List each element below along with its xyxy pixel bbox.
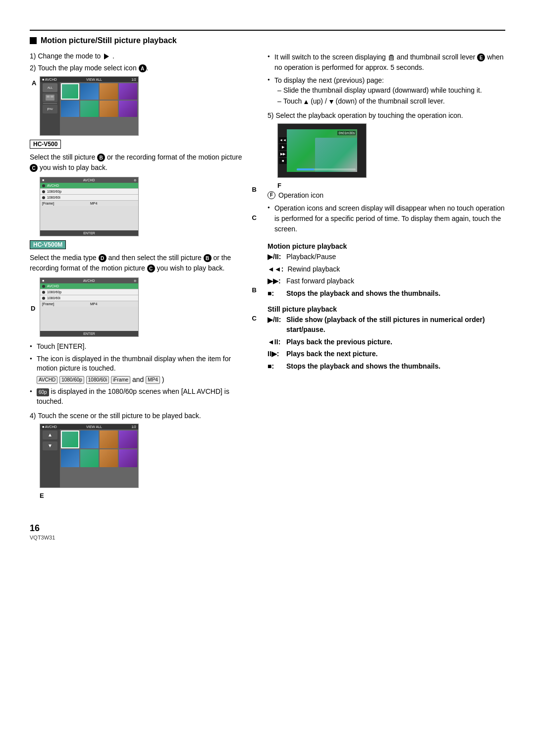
thumb-3 [100,83,118,100]
section-icon [30,37,37,44]
label-c-1: C [252,214,257,221]
label-e-circle: E [477,54,485,61]
sp-item-prev: ◄II: Plays back the previous picture. [268,337,505,347]
sim-main-2 [60,430,138,487]
two-col-layout: 1) Change the mode to . 2) Touch the pla… [30,52,505,503]
screen-wrapper-pb: 0h01m30s ◄◄ ▶ ▶▶ ■ F [277,123,505,189]
step-5-content: Select the playback operation by touchin… [275,111,505,119]
pb-rewind: ◄◄ [279,137,287,143]
svg-marker-8 [304,100,308,104]
section-title: Motion picture/Still picture playback [30,36,505,46]
mp-text-ff: Fast forward playback [286,276,354,286]
thumb-5 [61,101,79,117]
right-bullet-2: To display the next (previous) page: Sli… [268,75,505,107]
mp-item-play: ▶/II: Playback/Pause [268,252,505,262]
left-bullets: Touch [ENTER]. The icon is displayed in … [30,342,248,407]
divider [43,103,57,104]
down-arrow-btn: ▼ [43,441,57,450]
mp-icon-rw: ◄◄: [268,265,283,274]
mp-item-stop: ■: Stops the playback and shows the thum… [268,289,505,299]
screen-playback: 0h01m30s ◄◄ ▶ ▶▶ ■ [277,123,367,178]
badge-mp4: MP4 [146,376,160,384]
sub-bullet-2: Touch (up) / (down) of the thumbnail scr… [274,97,505,107]
menu-row-1080i-m: 1080/60i [40,295,138,301]
sp-text-next: Plays back the next picture. [286,349,377,359]
menu-footer-v500m: [Frame] MP4 [40,301,138,307]
sp-item-stop: ■: Stops the playback and shows the thum… [268,362,505,372]
sp-icon-stop: ■: [268,362,282,372]
mp-icon-stop: ■: [268,289,282,299]
right-bullet-1: It will switch to the screen displaying … [268,52,505,73]
sim-body-1: ALL PAV [40,82,138,135]
mp-item-ff: ▶▶: Fast forward playback [268,276,505,286]
hcv500-label: HC-V500 [30,140,61,149]
sim-sidebar-2: ▲ ▼ [40,430,60,487]
sp-icon-slide: ▶/II: [268,315,282,325]
badges-row: AVCHD 1080/60p 1080/60i iFrame and MP4 ) [37,375,164,385]
label-c-circle-1: C [30,164,38,172]
thumb-4 [119,83,137,100]
step-3-hcv500-text: Select the still picture B or the record… [30,152,248,173]
section-heading: Motion picture/Still picture playback [41,36,177,46]
thumb-12 [119,431,137,448]
label-e: E [40,492,248,499]
bullet-icon-disp: The icon is displayed in the thumbnail d… [30,354,248,385]
label-b-2: B [252,286,257,294]
step-2: 2) Touch the play mode select icon A. [30,64,248,72]
op-bullets: Operation icons and screen display will … [268,203,505,234]
pb-progress [297,168,315,170]
mp-text-rw: Rewind playback [287,265,340,274]
label-f-text: Operation icon [278,191,323,199]
badge-1080-60i: 1080/60i [86,376,109,384]
step-1-content: Change the mode to . [38,52,248,60]
trash-icon [388,54,395,61]
step-1-num: 1) [30,52,36,60]
bullet-enter: Touch [ENTER]. [30,342,248,352]
label-d-circle: D [99,254,107,262]
thumb-8 [119,101,137,117]
sp-item-slide: ▶/II: Slide show (playback of the still … [268,315,505,334]
sub-bullet-1: Slide the thumbnail display upward (down… [274,86,505,96]
menu-footer-v500: [Frame] MP4 [40,201,138,206]
step-4-num: 4) [30,412,36,420]
step-3-hcv500m-text: Select the media type D and then select … [30,253,248,273]
left-column: 1) Change the mode to . 2) Touch the pla… [30,52,248,503]
badge-1080-60p: 1080/60p [59,376,84,384]
thumb-16 [119,449,137,467]
mp-icon-play: ▶/II: [268,252,282,262]
label-a-circle: A [139,64,147,72]
sim-menu-v500: ■AVCHD⚙ AVCHD 1080/60p 1080/60i [40,177,138,236]
sp-text-slide: Slide show (playback of the still pictur… [286,315,505,334]
sim-header-2: ■ AVCHD VIEW ALL 1/2 [40,424,138,430]
pb-controls: ◄◄ ▶ ▶▶ ■ [279,137,287,164]
sim-menu-v500m: ■AVCHD⚙ AVCHD 1080/60p 1080/60i [40,278,138,336]
p-btn: PAV [43,105,57,113]
down-arrow-icon [329,100,334,105]
motion-picture-section: Motion picture playback ▶/II: Playback/P… [268,242,505,298]
up-arrow-icon [304,100,309,105]
pb-play: ▶ [279,144,287,150]
sim-body-2: ▲ ▼ [40,430,138,487]
up-arrow-btn: ▲ [43,431,57,439]
sim-sidebar-1: ALL PAV [40,82,60,135]
screen-thumbnail-2: ■ AVCHD VIEW ALL 1/2 ▲ ▼ [40,424,139,488]
hcv500m-label-wrapper: HC-V500M [30,240,248,251]
sp-text-prev: Plays back the previous picture. [286,337,392,347]
label-f-row: F Operation icon [268,191,505,199]
pb-stop: ■ [279,158,287,164]
screen-wrapper-4: ■ AVCHD VIEW ALL 1/2 ▲ ▼ [40,424,248,499]
right-column: It will switch to the screen displaying … [268,52,505,503]
step-3-hcv500: HC-V500 Select the still picture B or th… [30,140,248,173]
menu-row-1080-m: 1080/60p [40,289,138,295]
thumb-15 [100,449,118,467]
op-bullet-1: Operation icons and screen display will … [268,203,505,234]
pb-bar [297,168,356,170]
dot-1080i-m [42,297,45,300]
dot-avchd [42,184,45,187]
mp-text-stop: Stops the playback and shows the thumbna… [286,289,440,299]
sp-icon-next: II▶: [268,349,282,359]
svg-rect-4 [390,55,392,56]
sp-item-next: II▶: Plays back the next picture. [268,349,505,359]
mp-icon-ff: ▶▶: [268,276,282,286]
screen-wrapper-1: ■ AVCHD VIEW ALL 1/2 ALL PAV [40,76,248,136]
